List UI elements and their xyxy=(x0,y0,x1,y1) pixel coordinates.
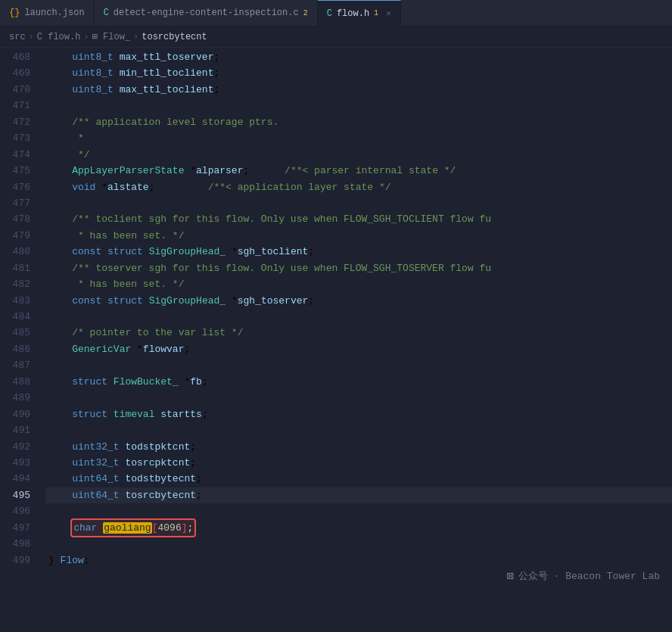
code-line-496 xyxy=(45,503,672,519)
tab-detect-badge: 2 xyxy=(303,9,308,17)
line-number-475: 475 xyxy=(0,163,30,179)
breadcrumb-flow-struct: ⊞ Flow_ xyxy=(92,31,130,42)
line-number-472: 472 xyxy=(0,114,30,130)
code-line-469: uint8_t min_ttl_toclient; xyxy=(45,65,672,81)
code-line-494: uint64_t todstbytecnt; xyxy=(45,471,672,487)
watermark: ⊠ 公众号 · Beacon Tower Lab xyxy=(506,567,660,587)
tab-flow[interactable]: C flow.h 1 ✕ xyxy=(318,0,401,26)
tab-flow-label: flow.h xyxy=(337,8,369,19)
line-number-499: 499 xyxy=(0,553,30,568)
line-number-486: 486 xyxy=(0,341,30,357)
line-number-482: 482 xyxy=(0,276,30,292)
tab-launch[interactable]: {} launch.json xyxy=(0,0,95,26)
line-number-469: 469 xyxy=(0,65,30,81)
code-line-477 xyxy=(45,195,672,211)
line-number-498: 498 xyxy=(0,536,30,552)
code-area: 4684694704714724734744754764774784794804… xyxy=(0,48,672,632)
tab-bar: {} launch.json C detect-engine-content-i… xyxy=(0,0,672,26)
wechat-icon: ⊠ xyxy=(506,567,514,587)
code-line-479: * has been set. */ xyxy=(45,228,672,244)
line-number-485: 485 xyxy=(0,325,30,341)
code-line-483: const struct SigGroupHead_ *sgh_toserver… xyxy=(45,293,672,309)
tab-detect-label: detect-engine-content-inspection.c xyxy=(114,8,299,18)
tab-detect[interactable]: C detect-engine-content-inspection.c 2 xyxy=(95,0,318,26)
line-number-493: 493 xyxy=(0,455,30,471)
code-line-486: GenericVar *flowvar; xyxy=(45,341,672,357)
json-icon: {} xyxy=(9,8,20,18)
code-line-482: * has been set. */ xyxy=(45,276,672,292)
code-line-493: uint32_t tosrcpktcnt; xyxy=(45,455,672,471)
line-number-483: 483 xyxy=(0,293,30,309)
code-line-476: void *alstate; /**< application layer st… xyxy=(45,179,672,195)
code-line-478: /** toclient sgh for this flow. Only use… xyxy=(45,211,672,227)
code-line-472: /** application level storage ptrs. xyxy=(45,114,672,130)
breadcrumb-flowh: C flow.h xyxy=(37,32,81,42)
breadcrumb: src › C flow.h › ⊞ Flow_ › tosrcbytecnt xyxy=(0,26,672,48)
code-line-495: uint64_t tosrcbytecnt; xyxy=(45,487,672,503)
line-number-497: 497 xyxy=(0,520,30,536)
code-line-487 xyxy=(45,357,672,373)
code-line-488: struct FlowBucket_ *fb; xyxy=(45,374,672,390)
breadcrumb-tosrcbytecnt: tosrcbytecnt xyxy=(142,32,207,42)
line-number-476: 476 xyxy=(0,179,30,195)
c-icon: C xyxy=(104,8,109,18)
code-line-497: char gaoliang[4096]; xyxy=(45,520,672,536)
line-number-480: 480 xyxy=(0,244,30,260)
code-line-498 xyxy=(45,536,672,552)
line-number-489: 489 xyxy=(0,390,30,406)
code-line-499: } Flow; xyxy=(45,553,672,568)
line-number-490: 490 xyxy=(0,406,30,422)
line-number-473: 473 xyxy=(0,130,30,146)
watermark-text: 公众号 · Beacon Tower Lab xyxy=(518,568,660,584)
h-icon: C xyxy=(327,8,332,19)
code-line-471 xyxy=(45,98,672,114)
tab-flow-badge: 1 xyxy=(374,9,378,17)
line-number-484: 484 xyxy=(0,309,30,325)
line-number-487: 487 xyxy=(0,357,30,373)
line-number-468: 468 xyxy=(0,49,30,65)
line-number-471: 471 xyxy=(0,98,30,114)
code-line-490: struct timeval startts; xyxy=(45,406,672,422)
code-line-489 xyxy=(45,390,672,406)
code-line-485: /* pointer to the var list */ xyxy=(45,325,672,341)
line-number-492: 492 xyxy=(0,439,30,455)
code-line-491 xyxy=(45,422,672,438)
line-number-474: 474 xyxy=(0,147,30,163)
tab-flow-close[interactable]: ✕ xyxy=(386,8,391,18)
line-number-488: 488 xyxy=(0,374,30,390)
code-line-473: * xyxy=(45,130,672,146)
code-line-468: uint8_t max_ttl_toserver; xyxy=(45,49,672,65)
line-number-477: 477 xyxy=(0,195,30,211)
line-number-470: 470 xyxy=(0,82,30,98)
code-line-480: const struct SigGroupHead_ *sgh_toclient… xyxy=(45,244,672,260)
code-content[interactable]: uint8_t max_ttl_toserver; uint8_t min_tt… xyxy=(36,48,672,632)
code-line-474: */ xyxy=(45,147,672,163)
line-number-494: 494 xyxy=(0,471,30,487)
tab-launch-label: launch.json xyxy=(24,8,84,18)
line-number-491: 491 xyxy=(0,422,30,438)
line-numbers: 4684694704714724734744754764774784794804… xyxy=(0,48,36,632)
code-line-475: AppLayerParserState *alparser; /**< pars… xyxy=(45,163,672,179)
line-number-479: 479 xyxy=(0,228,30,244)
line-number-495: 495 xyxy=(0,487,30,503)
breadcrumb-src: src xyxy=(9,32,26,42)
code-line-470: uint8_t max_ttl_toclient; xyxy=(45,82,672,98)
code-line-484 xyxy=(45,309,672,325)
code-line-492: uint32_t todstpktcnt; xyxy=(45,439,672,455)
line-number-481: 481 xyxy=(0,260,30,276)
code-line-481: /** toserver sgh for this flow. Only use… xyxy=(45,260,672,276)
line-number-496: 496 xyxy=(0,503,30,519)
line-number-478: 478 xyxy=(0,211,30,227)
